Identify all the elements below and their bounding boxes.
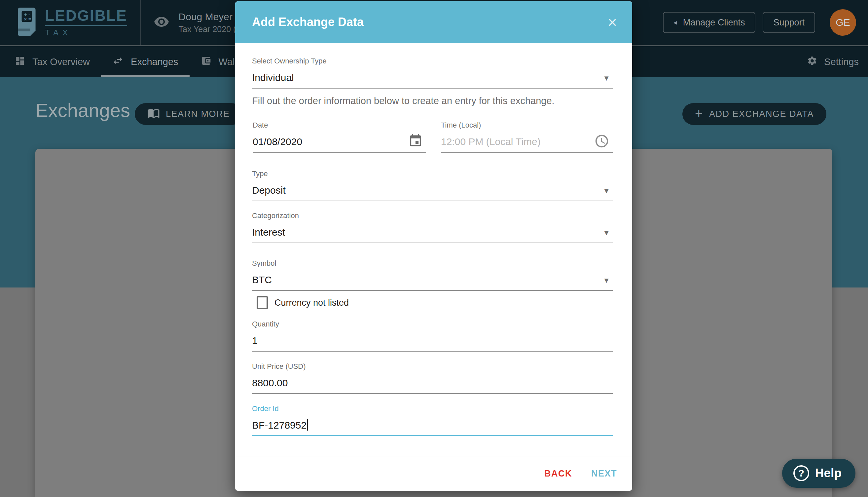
tab-label: Tax Overview [32,57,90,67]
type-label: Type [252,170,613,178]
ledgible-logo[interactable]: + - × = LEDGIBLE TAX [0,0,127,45]
tab-label: Exchanges [131,57,178,67]
manage-clients-button[interactable]: ◂ Manage Clients [663,12,756,33]
categorization-value: Interest [252,225,613,239]
order-id-label: Order Id [252,404,613,413]
help-button[interactable]: ? Help [782,459,855,488]
order-id-text: BF-1278952 [252,420,307,430]
order-id-value: BF-1278952 [252,418,613,432]
type-select[interactable]: Type Deposit ▼ [252,170,613,201]
add-exchange-data-label: ADD EXCHANGE DATA [709,109,814,119]
plus-icon: + [695,107,703,120]
support-button[interactable]: Support [763,12,815,33]
eye-icon [153,14,170,31]
back-triangle-icon: ◂ [674,18,677,27]
field-underline [252,201,613,201]
date-value: 01/08/2020 [253,135,426,149]
gear-icon [807,56,818,68]
svg-text:×: × [24,16,27,22]
add-exchange-data-button[interactable]: + ADD EXCHANGE DATA [682,103,826,125]
swap-arrows-icon [112,55,123,69]
help-label: Help [815,466,842,480]
categorization-select[interactable]: Categorization Interest ▼ [252,212,613,243]
time-label: Time (Local) [441,121,613,129]
currency-not-listed-checkbox[interactable]: Currency not listed [256,296,349,309]
quantity-value: 1 [252,334,613,347]
symbol-select[interactable]: Symbol BTC ▼ [252,259,613,291]
modal-footer: BACK NEXT [235,456,632,491]
modal-title: Add Exchange Data [235,15,364,29]
field-underline [252,393,613,394]
clock-icon[interactable] [594,133,609,150]
field-underline [253,152,426,153]
ownership-type-value: Individual [252,71,613,85]
chevron-down-icon[interactable]: ▼ [603,187,610,195]
brand-name: LEDGIBLE [45,8,127,26]
add-exchange-data-modal: Add Exchange Data × Select Ownership Typ… [235,1,632,491]
close-icon[interactable]: × [602,12,623,33]
date-label: Date [253,121,426,129]
time-placeholder: 12:00 PM (Local Time) [441,135,613,149]
wallet-icon [201,56,211,68]
chevron-down-icon[interactable]: ▼ [603,276,610,285]
field-underline [252,290,613,291]
unit-price-value: 8800.00 [252,376,613,390]
learn-more-label: LEARN MORE [166,109,230,119]
tab-exchanges[interactable]: Exchanges [101,46,190,77]
symbol-label: Symbol [252,259,613,268]
brand-sub: TAX [45,28,127,37]
page-title: Exchanges [35,99,130,121]
book-icon [147,107,160,122]
field-underline [252,88,613,88]
categorization-label: Categorization [252,212,613,220]
tab-tax-overview[interactable]: Tax Overview [3,46,101,77]
support-label: Support [773,17,805,28]
question-mark-icon: ? [793,465,809,481]
order-id-input[interactable]: Order Id BF-1278952 [252,404,613,436]
svg-text:=: = [28,16,31,22]
unit-price-input[interactable]: Unit Price (USD) 8800.00 [252,362,613,394]
dashboard-icon [15,56,25,68]
next-button[interactable]: NEXT [591,469,617,479]
modal-instruction: Fill out the order information below to … [252,96,555,106]
type-value: Deposit [252,183,613,197]
modal-header: Add Exchange Data × [235,1,632,43]
symbol-value: BTC [252,273,613,287]
text-cursor [307,419,308,430]
ownership-type-label: Select Ownership Type [252,57,613,66]
currency-not-listed-label: Currency not listed [275,298,349,308]
unit-price-label: Unit Price (USD) [252,362,613,371]
field-underline-focused [252,435,613,436]
app-root: + - × = LEDGIBLE TAX Doug Meyer [0,0,868,497]
checkbox-icon[interactable] [256,296,268,309]
nav-settings[interactable]: Settings [807,46,868,77]
ownership-type-select[interactable]: Select Ownership Type Individual ▼ [252,57,613,88]
field-underline [441,152,613,153]
avatar-initials: GE [836,17,850,28]
time-field[interactable]: Time (Local) 12:00 PM (Local Time) [441,121,613,153]
chevron-down-icon[interactable]: ▼ [603,74,610,83]
ledgible-logo-icon: + - × = [17,8,38,37]
date-field[interactable]: Date 01/08/2020 [253,121,426,153]
back-button[interactable]: BACK [544,469,572,479]
chevron-down-icon[interactable]: ▼ [603,229,610,237]
quantity-input[interactable]: Quantity 1 [252,320,613,352]
avatar[interactable]: GE [830,9,856,36]
learn-more-button[interactable]: LEARN MORE [135,103,242,125]
calendar-icon[interactable] [408,133,423,150]
quantity-label: Quantity [252,320,613,328]
settings-label: Settings [824,57,859,67]
manage-clients-label: Manage Clients [683,17,745,28]
field-underline [252,351,613,352]
field-underline [252,243,613,243]
